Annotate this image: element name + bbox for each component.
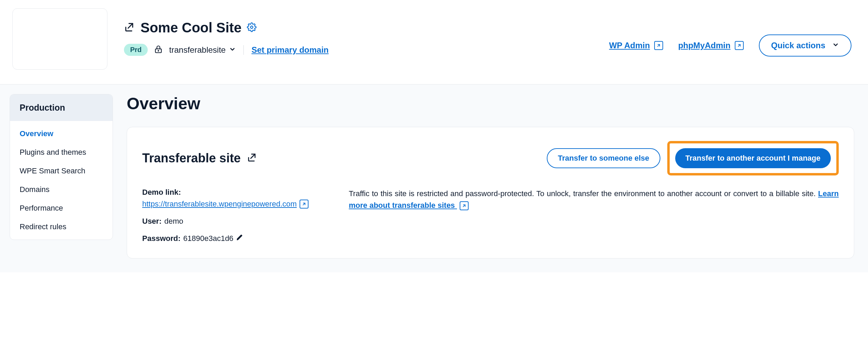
separator <box>243 45 244 55</box>
chevron-down-icon <box>832 41 839 50</box>
password-row: Password: 61890e3ac1d6 <box>142 234 328 243</box>
site-thumbnail <box>12 8 107 70</box>
edit-password-icon[interactable] <box>236 234 243 243</box>
sidebar-item-performance[interactable]: Performance <box>10 199 113 218</box>
card-title-group: Transferable site <box>142 151 257 165</box>
card-description: Traffic to this site is restricted and p… <box>349 188 839 243</box>
settings-icon[interactable] <box>247 22 257 33</box>
header-actions: WP Admin phpMyAdmin Quick actions <box>609 34 851 57</box>
sidebar-heading: Production <box>10 94 113 121</box>
demo-link-label: Demo link: <box>142 188 181 197</box>
wp-admin-link[interactable]: WP Admin <box>609 41 663 50</box>
user-value: demo <box>164 217 183 226</box>
phpmyadmin-label: phpMyAdmin <box>678 41 731 50</box>
card-details: Demo link: https://transferablesite.wpen… <box>142 188 328 243</box>
card-actions: Transfer to someone else Transfer to ano… <box>547 141 839 175</box>
sidebar-item-plugins[interactable]: Plugins and themes <box>10 143 113 162</box>
sidebar-item-smart-search[interactable]: WPE Smart Search <box>10 162 113 180</box>
card-body: Demo link: https://transferablesite.wpen… <box>142 188 839 243</box>
quick-actions-button[interactable]: Quick actions <box>759 34 851 57</box>
page-title: Overview <box>127 94 854 113</box>
user-label: User: <box>142 217 161 226</box>
transferable-card: Transferable site Transfer to someone el… <box>127 127 854 259</box>
site-title-row: Some Cool Site <box>124 20 593 36</box>
site-header: Some Cool Site Prd transferablesite Set … <box>0 0 868 84</box>
content-area: Overview Transferable site Transfer to s… <box>113 84 868 272</box>
set-primary-domain-link[interactable]: Set primary domain <box>251 45 328 55</box>
card-title: Transferable site <box>142 151 241 165</box>
main-area: Production Overview Plugins and themes W… <box>0 84 868 272</box>
environment-row: Prd transferablesite Set primary domain <box>124 44 593 56</box>
site-header-main: Some Cool Site Prd transferablesite Set … <box>124 8 593 56</box>
lock-icon <box>154 45 163 55</box>
highlight-frame: Transfer to another account I manage <box>667 141 839 175</box>
transfer-to-my-account-button[interactable]: Transfer to another account I manage <box>675 148 831 168</box>
external-link-icon <box>654 41 663 50</box>
password-value: 61890e3ac1d6 <box>183 234 233 243</box>
transferable-icon <box>124 22 135 34</box>
sidebar-item-domains[interactable]: Domains <box>10 180 113 199</box>
card-desc-text: Traffic to this site is restricted and p… <box>349 189 818 198</box>
transfer-to-someone-button[interactable]: Transfer to someone else <box>547 148 660 168</box>
transferable-icon <box>247 152 257 164</box>
demo-link-row: Demo link: https://transferablesite.wpen… <box>142 188 328 209</box>
sidebar: Production Overview Plugins and themes W… <box>10 94 113 240</box>
demo-link[interactable]: https://transferablesite.wpenginepowered… <box>142 200 297 209</box>
external-link-icon[interactable] <box>300 200 308 209</box>
card-header: Transferable site Transfer to someone el… <box>142 141 839 175</box>
svg-point-0 <box>251 26 253 28</box>
env-slug: transferablesite <box>169 45 226 55</box>
svg-point-2 <box>158 50 159 51</box>
sidebar-item-redirect-rules[interactable]: Redirect rules <box>10 218 113 236</box>
external-link-icon <box>735 41 744 50</box>
sidebar-item-overview[interactable]: Overview <box>10 124 113 143</box>
external-link-icon <box>460 201 469 210</box>
phpmyadmin-link[interactable]: phpMyAdmin <box>678 41 744 50</box>
env-badge: Prd <box>124 44 148 56</box>
wp-admin-label: WP Admin <box>609 41 650 50</box>
sidebar-list: Overview Plugins and themes WPE Smart Se… <box>10 121 113 240</box>
quick-actions-label: Quick actions <box>771 41 825 50</box>
password-label: Password: <box>142 234 180 243</box>
env-selector[interactable]: transferablesite <box>169 45 236 55</box>
user-row: User: demo <box>142 217 328 226</box>
site-title: Some Cool Site <box>140 20 241 36</box>
chevron-down-icon <box>229 45 236 55</box>
